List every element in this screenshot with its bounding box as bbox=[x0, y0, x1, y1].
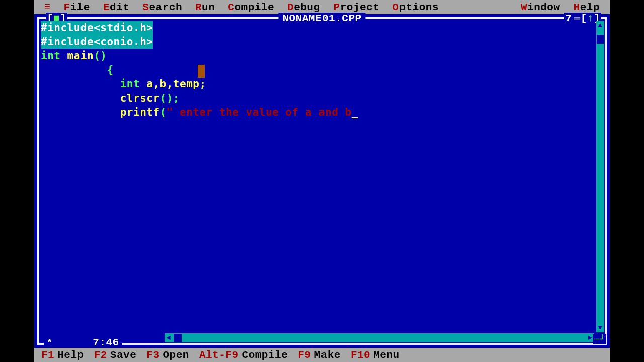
code-include-1: #include<stdio.h> bbox=[41, 21, 153, 35]
code-include-2: #include<conio.h> bbox=[41, 35, 153, 49]
menu-search[interactable]: Search bbox=[142, 2, 182, 13]
horizontal-scrollbar[interactable]: ◄ ► bbox=[165, 333, 594, 342]
hint-open[interactable]: F3Open bbox=[146, 349, 189, 361]
menu-window[interactable]: Window bbox=[521, 2, 560, 13]
cursor-position: 7:46 bbox=[93, 337, 119, 348]
menu-options[interactable]: Options bbox=[392, 2, 439, 13]
text-cursor: _ bbox=[352, 106, 358, 118]
vertical-scrollbar[interactable]: ▲ ▼ bbox=[596, 21, 604, 332]
status-bar: F1Help F2Save F3Open Alt-F9Compile F9Mak… bbox=[34, 348, 610, 362]
hint-menu[interactable]: F10Menu bbox=[351, 349, 400, 361]
scroll-down-icon[interactable]: ▼ bbox=[596, 323, 604, 332]
editor-window: [■] NONAME01.CPP 7═[↑] #include<stdio.h>… bbox=[34, 14, 610, 348]
hint-make[interactable]: F9Make bbox=[298, 349, 341, 361]
menu-debug[interactable]: Debug bbox=[287, 2, 320, 13]
menu-project[interactable]: Project bbox=[334, 2, 380, 13]
scroll-up-icon[interactable]: ▲ bbox=[596, 21, 604, 30]
code-editor[interactable]: #include<stdio.h> #include<conio.h> int … bbox=[41, 21, 594, 332]
ide-surface: ≡ File Edit Search Run Compile Debug Pro… bbox=[34, 0, 610, 362]
scroll-left-icon[interactable]: ◄ bbox=[165, 333, 173, 342]
menu-bar: ≡ File Edit Search Run Compile Debug Pro… bbox=[34, 0, 610, 14]
menu-help[interactable]: Help bbox=[574, 2, 600, 13]
menu-edit[interactable]: Edit bbox=[103, 2, 129, 13]
hint-compile[interactable]: Alt-F9Compile bbox=[199, 349, 288, 361]
hscroll-thumb[interactable] bbox=[174, 334, 182, 342]
editor-border: [■] NONAME01.CPP 7═[↑] #include<stdio.h>… bbox=[37, 17, 607, 345]
hint-help[interactable]: F1Help bbox=[41, 349, 84, 361]
editor-status-strip: * 7:46 bbox=[44, 337, 122, 348]
modified-indicator-icon: * bbox=[47, 338, 52, 348]
hint-save[interactable]: F2Save bbox=[94, 349, 137, 361]
menu-file[interactable]: File bbox=[64, 2, 90, 13]
vscroll-thumb[interactable] bbox=[597, 35, 604, 44]
menu-run[interactable]: Run bbox=[195, 2, 215, 13]
bookmark-marker bbox=[198, 65, 205, 78]
resize-corner-icon[interactable]: ─┘ bbox=[593, 334, 606, 344]
system-menu-icon[interactable]: ≡ bbox=[44, 2, 51, 12]
menu-compile[interactable]: Compile bbox=[228, 2, 274, 13]
